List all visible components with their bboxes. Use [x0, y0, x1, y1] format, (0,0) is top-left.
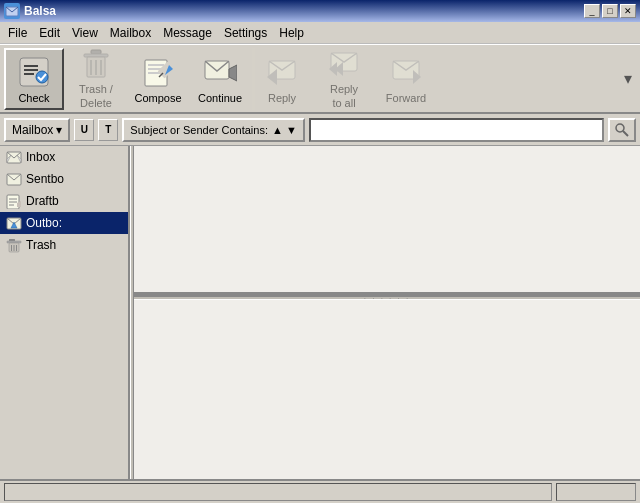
sidebar-item-trash[interactable]: Trash — [0, 234, 128, 256]
menu-view[interactable]: View — [66, 24, 104, 42]
main-area: Inbox Sentbo Draftb — [0, 146, 640, 479]
continue-button[interactable]: Continue — [190, 48, 250, 110]
menu-message[interactable]: Message — [157, 24, 218, 42]
trash-sidebar-icon — [6, 237, 22, 253]
menu-file[interactable]: File — [2, 24, 33, 42]
status-left — [4, 483, 552, 501]
col-type-button[interactable]: T — [98, 119, 118, 141]
sidebar-item-drafts[interactable]: Draftb — [0, 190, 128, 212]
filter-label-text: Subject or Sender Contains: — [130, 124, 268, 136]
drafts-icon — [6, 193, 22, 209]
trash-label: Trash / Delete — [79, 83, 113, 109]
forward-icon — [388, 54, 424, 90]
column-headers: U T — [74, 119, 118, 141]
sent-icon — [6, 171, 22, 187]
inbox-icon — [6, 149, 22, 165]
filter-bar: Mailbox ▾ U T Subject or Sender Contains… — [0, 114, 640, 146]
reply-all-icon — [326, 47, 362, 81]
right-pane: · · · · · · — [134, 146, 640, 479]
sidebar: Inbox Sentbo Draftb — [0, 146, 130, 479]
trash-icon — [78, 47, 114, 81]
mailbox-dropdown[interactable]: Mailbox ▾ — [4, 118, 70, 142]
window-title: Balsa — [24, 4, 56, 18]
svg-marker-20 — [229, 65, 237, 81]
compose-icon — [140, 54, 176, 90]
status-right — [556, 483, 636, 501]
svg-rect-42 — [7, 241, 21, 243]
search-icon — [614, 122, 630, 138]
sidebar-item-label-trash: Trash — [26, 238, 56, 252]
menu-mailbox[interactable]: Mailbox — [104, 24, 157, 42]
check-button[interactable]: Check — [4, 48, 64, 110]
menu-settings[interactable]: Settings — [218, 24, 273, 42]
title-bar: Balsa _ □ ✕ — [0, 0, 640, 22]
mailbox-dropdown-arrow: ▾ — [56, 123, 62, 137]
continue-icon — [202, 54, 238, 90]
reply-all-label: Reply to all — [330, 83, 358, 109]
svg-point-5 — [36, 71, 48, 83]
mailbox-label: Mailbox — [12, 123, 53, 137]
forward-button[interactable]: Forward — [376, 48, 436, 110]
filter-search-button[interactable] — [608, 118, 636, 142]
menu-edit[interactable]: Edit — [33, 24, 66, 42]
svg-point-28 — [616, 124, 624, 132]
minimize-button[interactable]: _ — [584, 4, 600, 18]
filter-input[interactable] — [309, 118, 604, 142]
svg-rect-6 — [91, 50, 101, 54]
reply-icon — [264, 54, 300, 90]
toolbar-more-button[interactable]: ▾ — [620, 48, 636, 110]
maximize-button[interactable]: □ — [602, 4, 618, 18]
sidebar-item-outbox[interactable]: Outbo: — [0, 212, 128, 234]
status-bar — [0, 479, 640, 503]
svg-rect-2 — [24, 65, 38, 67]
message-list-area — [134, 146, 640, 296]
title-bar-left: Balsa — [4, 3, 56, 19]
svg-rect-3 — [24, 69, 38, 71]
outbox-icon — [6, 215, 22, 231]
filter-label[interactable]: Subject or Sender Contains: ▲ ▼ — [122, 118, 304, 142]
trash-button[interactable]: Trash / Delete — [66, 48, 126, 110]
window-controls: _ □ ✕ — [584, 4, 636, 18]
reply-button[interactable]: Reply — [252, 48, 312, 110]
toolbar: Check Trash / Delete — [0, 44, 640, 114]
message-preview-area — [134, 300, 640, 479]
sidebar-item-sent[interactable]: Sentbo — [0, 168, 128, 190]
svg-line-29 — [623, 131, 628, 136]
app-icon — [4, 3, 20, 19]
continue-label: Continue — [198, 92, 242, 104]
col-unread-button[interactable]: U — [74, 119, 94, 141]
check-icon — [16, 54, 52, 90]
menu-bar: File Edit View Mailbox Message Settings … — [0, 22, 640, 44]
reply-all-button[interactable]: Reply to all — [314, 48, 374, 110]
compose-button[interactable]: Compose — [128, 48, 188, 110]
forward-label: Forward — [386, 92, 426, 104]
menu-help[interactable]: Help — [273, 24, 310, 42]
sidebar-item-label-drafts: Draftb — [26, 194, 59, 208]
check-label: Check — [18, 92, 49, 104]
close-button[interactable]: ✕ — [620, 4, 636, 18]
svg-rect-4 — [24, 73, 34, 75]
filter-dropdown-arrow: ▲ ▼ — [272, 124, 297, 136]
svg-rect-13 — [148, 64, 164, 66]
reply-label: Reply — [268, 92, 296, 104]
compose-label: Compose — [134, 92, 181, 104]
sidebar-item-label-outbox: Outbo: — [26, 216, 62, 230]
sidebar-item-label-sent: Sentbo — [26, 172, 64, 186]
svg-rect-41 — [9, 239, 15, 241]
svg-rect-15 — [148, 72, 160, 74]
sidebar-item-inbox[interactable]: Inbox — [0, 146, 128, 168]
sidebar-item-label-inbox: Inbox — [26, 150, 55, 164]
